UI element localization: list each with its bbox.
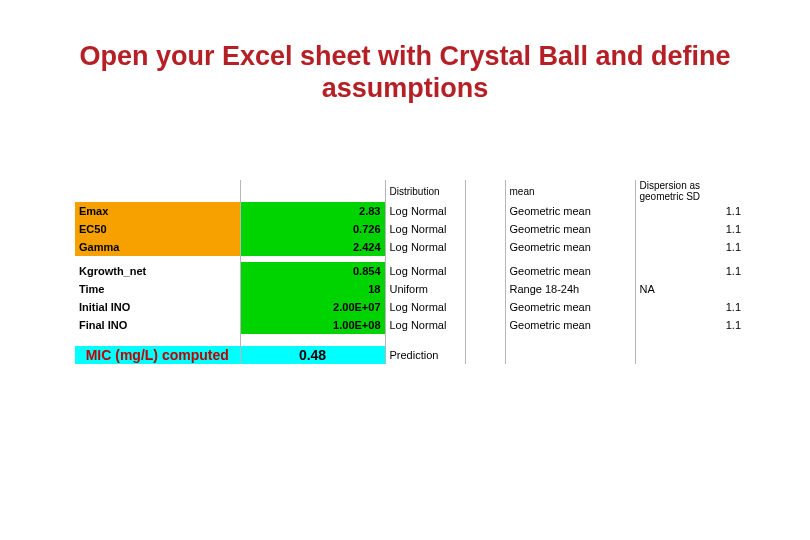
header-row: Distribution mean Dispersion as geometri… <box>75 180 745 202</box>
disp-gamma: 1.1 <box>635 238 745 256</box>
mean-emax: Geometric mean <box>505 202 635 220</box>
dist-time: Uniform <box>385 280 465 298</box>
val-ec50: 0.726 <box>240 220 385 238</box>
label-time: Time <box>75 280 240 298</box>
disp-time: NA <box>635 280 745 298</box>
mean-final-ino: Geometric mean <box>505 316 635 334</box>
slide-title: Open your Excel sheet with Crystal Ball … <box>0 0 810 105</box>
row-time: Time 18 Uniform Range 18-24h NA <box>75 280 745 298</box>
label-gamma: Gamma <box>75 238 240 256</box>
dist-initial-ino: Log Normal <box>385 298 465 316</box>
row-ec50: EC50 0.726 Log Normal Geometric mean 1.1 <box>75 220 745 238</box>
val-initial-ino: 2.00E+07 <box>240 298 385 316</box>
row-kgrowth: Kgrowth_net 0.854 Log Normal Geometric m… <box>75 262 745 280</box>
hdr-mean: mean <box>505 180 635 202</box>
disp-emax: 1.1 <box>635 202 745 220</box>
row-final-ino: Final INO 1.00E+08 Log Normal Geometric … <box>75 316 745 334</box>
mean-kgrowth: Geometric mean <box>505 262 635 280</box>
row-emax: Emax 2.83 Log Normal Geometric mean 1.1 <box>75 202 745 220</box>
disp-final-ino: 1.1 <box>635 316 745 334</box>
label-emax: Emax <box>75 202 240 220</box>
dist-emax: Log Normal <box>385 202 465 220</box>
mean-ec50: Geometric mean <box>505 220 635 238</box>
hdr-dispersion: Dispersion as geometric SD <box>635 180 745 202</box>
disp-initial-ino: 1.1 <box>635 298 745 316</box>
mean-time: Range 18-24h <box>505 280 635 298</box>
val-time: 18 <box>240 280 385 298</box>
label-ec50: EC50 <box>75 220 240 238</box>
val-kgrowth: 0.854 <box>240 262 385 280</box>
val-emax: 2.83 <box>240 202 385 220</box>
dist-ec50: Log Normal <box>385 220 465 238</box>
val-gamma: 2.424 <box>240 238 385 256</box>
disp-kgrowth: 1.1 <box>635 262 745 280</box>
row-gamma: Gamma 2.424 Log Normal Geometric mean 1.… <box>75 238 745 256</box>
assumptions-table: Distribution mean Dispersion as geometri… <box>75 180 745 364</box>
disp-ec50: 1.1 <box>635 220 745 238</box>
label-final-ino: Final INO <box>75 316 240 334</box>
dist-kgrowth: Log Normal <box>385 262 465 280</box>
row-initial-ino: Initial INO 2.00E+07 Log Normal Geometri… <box>75 298 745 316</box>
dist-gamma: Log Normal <box>385 238 465 256</box>
val-mic: 0.48 <box>240 346 385 364</box>
mean-initial-ino: Geometric mean <box>505 298 635 316</box>
label-mic: MIC (mg/L) computed <box>75 346 240 364</box>
hdr-distribution: Distribution <box>385 180 465 202</box>
mean-gamma: Geometric mean <box>505 238 635 256</box>
label-initial-ino: Initial INO <box>75 298 240 316</box>
val-final-ino: 1.00E+08 <box>240 316 385 334</box>
note-mic: Prediction <box>385 346 465 364</box>
label-kgrowth: Kgrowth_net <box>75 262 240 280</box>
dist-final-ino: Log Normal <box>385 316 465 334</box>
row-mic-output: MIC (mg/L) computed 0.48 Prediction <box>75 346 745 364</box>
